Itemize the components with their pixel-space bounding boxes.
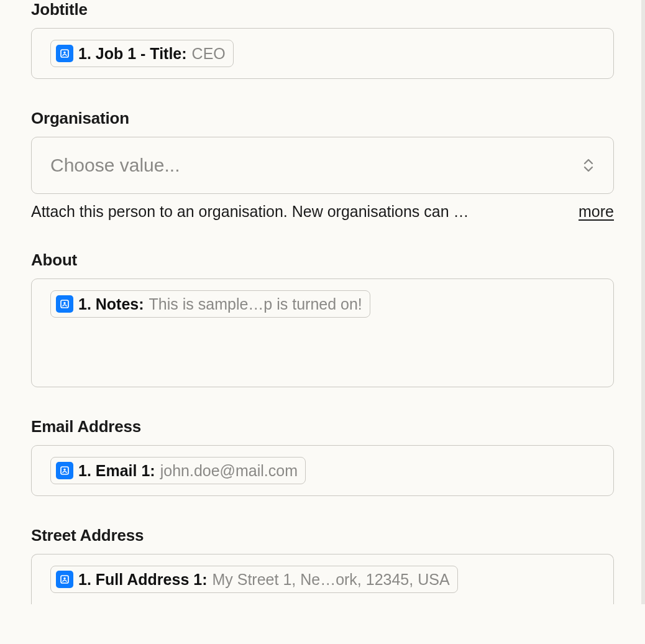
token-value: This is sample…p is turned on! (149, 295, 362, 313)
token-label: 1. Notes: (78, 295, 144, 313)
field-email: Email Address 1. Email 1: john.doe@mail.… (31, 417, 614, 496)
label-jobtitle: Jobtitle (31, 0, 614, 19)
token-value: john.doe@mail.com (160, 461, 298, 480)
contacts-app-icon (56, 571, 73, 588)
label-email: Email Address (31, 417, 614, 436)
label-street: Street Address (31, 526, 614, 545)
panel-edge (641, 0, 645, 604)
svg-point-1 (63, 52, 65, 53)
contacts-app-icon (56, 45, 73, 62)
select-chevrons-icon (582, 158, 595, 173)
select-organisation[interactable]: Choose value... (31, 137, 614, 194)
token-label: 1. Full Address 1: (78, 570, 207, 589)
label-organisation: Organisation (31, 109, 614, 128)
token-email[interactable]: 1. Email 1: john.doe@mail.com (50, 457, 306, 484)
svg-point-5 (63, 469, 65, 471)
contacts-app-icon (56, 462, 73, 479)
form-page: Jobtitle 1. Job 1 - Title: CEO Organisat… (0, 0, 645, 604)
input-jobtitle[interactable]: 1. Job 1 - Title: CEO (31, 28, 614, 79)
svg-point-7 (63, 577, 65, 579)
select-placeholder: Choose value... (50, 155, 180, 176)
token-value: CEO (192, 44, 226, 63)
field-jobtitle: Jobtitle 1. Job 1 - Title: CEO (31, 0, 614, 79)
field-about: About 1. Notes: This is sample…p is turn… (31, 251, 614, 387)
svg-point-3 (63, 302, 65, 304)
token-label: 1. Job 1 - Title: (78, 44, 187, 63)
token-about[interactable]: 1. Notes: This is sample…p is turned on! (50, 290, 370, 318)
input-about[interactable]: 1. Notes: This is sample…p is turned on! (31, 278, 614, 387)
token-label: 1. Email 1: (78, 461, 155, 480)
contacts-app-icon (56, 295, 73, 313)
input-email[interactable]: 1. Email 1: john.doe@mail.com (31, 445, 614, 496)
label-about: About (31, 251, 614, 270)
input-street[interactable]: 1. Full Address 1: My Street 1, Ne…ork, … (31, 554, 614, 604)
token-street[interactable]: 1. Full Address 1: My Street 1, Ne…ork, … (50, 566, 458, 593)
token-jobtitle[interactable]: 1. Job 1 - Title: CEO (50, 40, 234, 67)
field-organisation: Organisation Choose value... Attach this… (31, 109, 614, 221)
helper-row-organisation: Attach this person to an organisation. N… (31, 203, 614, 221)
token-value: My Street 1, Ne…ork, 12345, USA (212, 570, 449, 589)
field-street: Street Address 1. Full Address 1: My Str… (31, 526, 614, 604)
more-link[interactable]: more (579, 203, 614, 221)
helper-text: Attach this person to an organisation. N… (31, 203, 564, 221)
